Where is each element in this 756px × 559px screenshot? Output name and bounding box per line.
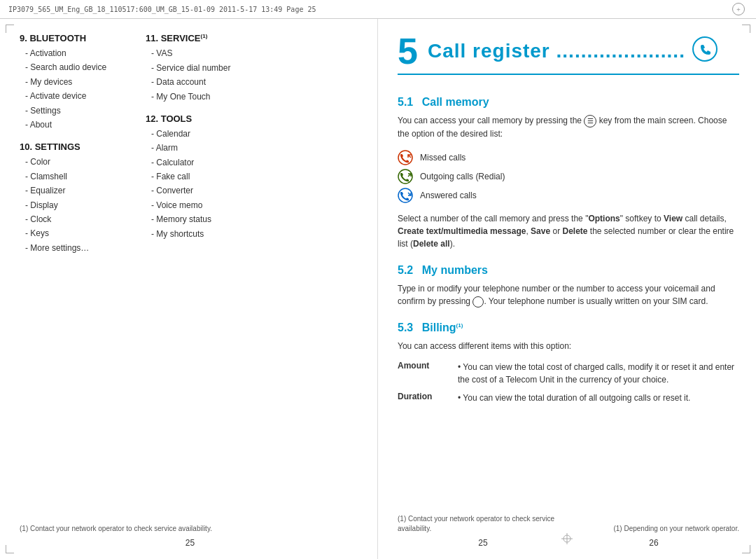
call-list-item-missed: Missed calls bbox=[398, 150, 739, 165]
call-list-item-outgoing: Outgoing calls (Redial) bbox=[398, 169, 739, 184]
main-content: 9. BLUETOOTH Activation Search audio dev… bbox=[0, 19, 756, 559]
service-item-dial: Service dial number bbox=[146, 61, 360, 75]
right-page: 5 Call register ..................... 5.… bbox=[378, 19, 756, 559]
billing-def-duration: You can view the total duration of all o… bbox=[454, 392, 690, 404]
left-footnote: (1) Contact your network operator to che… bbox=[20, 524, 360, 534]
service-num: 11. bbox=[146, 33, 161, 43]
header-text: IP3079_565_UM_Eng_GB_18_110517:600_UM_GB… bbox=[8, 6, 316, 13]
settings-title: SETTINGS bbox=[35, 142, 80, 152]
tools-item-fakecall: Fake call bbox=[146, 170, 360, 184]
left-col-1: 9. BLUETOOTH Activation Search audio dev… bbox=[20, 33, 132, 516]
settings-item-clock: Clock bbox=[20, 212, 132, 226]
settings-item-keys: Keys bbox=[20, 226, 132, 240]
bluetooth-item-settings: Settings bbox=[20, 104, 132, 118]
settings-item-color: Color bbox=[20, 155, 132, 169]
right-page-num-right: 26 bbox=[568, 538, 739, 548]
phone-icon bbox=[692, 36, 718, 67]
section-service: 11. SERVICE(1) bbox=[146, 33, 360, 43]
service-item-data: Data account bbox=[146, 75, 360, 89]
bluetooth-item-mydevices: My devices bbox=[20, 75, 132, 89]
chapter-title: Call register ..................... bbox=[428, 40, 685, 62]
billing-term-duration: Duration bbox=[398, 392, 454, 404]
create-bold: Create text/multimedia message bbox=[398, 226, 526, 236]
answered-calls-label: Answered calls bbox=[420, 191, 477, 200]
tools-title: TOOLS bbox=[161, 113, 192, 124]
tools-item-calendar: Calendar bbox=[146, 127, 360, 141]
billing-row-duration: Duration You can view the total duration… bbox=[398, 392, 739, 404]
answered-calls-icon bbox=[398, 188, 413, 203]
settings-item-more: More settings… bbox=[20, 241, 132, 255]
section-5-3-title: 5.3 Billing(1) bbox=[398, 322, 739, 334]
settings-item-clamshell: Clamshell bbox=[20, 170, 132, 184]
sec-5-1-num: 5.1 bbox=[398, 96, 413, 108]
service-item-vas: VAS bbox=[146, 46, 360, 60]
billing-body: You can access different items with this… bbox=[398, 340, 739, 352]
outgoing-calls-icon bbox=[398, 169, 413, 184]
corner-bl bbox=[6, 545, 14, 553]
call-memory-body1: You can access your call memory by press… bbox=[398, 114, 739, 140]
svg-point-3 bbox=[398, 170, 412, 184]
options-bold: Options bbox=[588, 214, 620, 223]
delete-all-bold: Delete all bbox=[413, 239, 450, 249]
section-5-2-title: 5.2 My numbers bbox=[398, 264, 739, 277]
service-title: SERVICE bbox=[161, 33, 201, 43]
tools-item-converter: Converter bbox=[146, 184, 360, 198]
svg-point-0 bbox=[693, 37, 717, 61]
sec-5-3-label: Billing bbox=[422, 322, 456, 333]
billing-sup: (1) bbox=[456, 322, 463, 329]
outgoing-calls-label: Outgoing calls (Redial) bbox=[420, 172, 505, 181]
corner-mark: + bbox=[732, 3, 745, 15]
settings-item-display: Display bbox=[20, 198, 132, 212]
right-footnote-right: (1) Depending on your network operator. … bbox=[568, 524, 739, 548]
missed-calls-icon bbox=[398, 150, 413, 165]
left-page: 9. BLUETOOTH Activation Search audio dev… bbox=[0, 19, 378, 559]
page-wrapper: IP3079_565_UM_Eng_GB_18_110517:600_UM_GB… bbox=[0, 0, 756, 559]
tools-item-voicememo: Voice memo bbox=[146, 198, 360, 212]
bluetooth-num: 9. bbox=[20, 33, 29, 43]
settings-item-equalizer: Equalizer bbox=[20, 184, 132, 198]
header-bar: IP3079_565_UM_Eng_GB_18_110517:600_UM_GB… bbox=[0, 0, 756, 19]
bluetooth-item-activation: Activation bbox=[20, 46, 132, 60]
corner-br bbox=[742, 545, 750, 553]
tools-item-alarm: Alarm bbox=[146, 141, 360, 155]
service-item-onetouch: My One Touch bbox=[146, 90, 360, 104]
chapter-header: 5 Call register ..................... bbox=[398, 33, 739, 75]
tools-item-shortcuts: My shortcuts bbox=[146, 227, 360, 241]
left-footer: (1) Contact your network operator to che… bbox=[20, 516, 360, 548]
missed-calls-label: Missed calls bbox=[420, 153, 465, 163]
bluetooth-title: BLUETOOTH bbox=[29, 33, 86, 43]
right-footnote-right-text: (1) Depending on your network operator. bbox=[568, 524, 739, 534]
corner-tl bbox=[6, 25, 14, 33]
bluetooth-item-about: About bbox=[20, 118, 132, 132]
call-list-item-answered: Answered calls bbox=[398, 188, 739, 203]
call-list: Missed calls Outgoing calls (Redial) bbox=[398, 150, 739, 207]
bluetooth-item-activate: Activate device bbox=[20, 89, 132, 103]
call-memory-body2: Select a number of the call memory and p… bbox=[398, 212, 739, 250]
chapter-number: 5 bbox=[398, 33, 418, 69]
save-bold: Save bbox=[531, 226, 550, 236]
tools-item-memorystatus: Memory status bbox=[146, 212, 360, 226]
section-5-1-title: 5.1 Call memory bbox=[398, 96, 739, 109]
section-tools: 12. TOOLS bbox=[146, 113, 360, 124]
my-numbers-body: Type in or modify your telephone number … bbox=[398, 282, 739, 308]
billing-def-amount: You can view the total cost of charged c… bbox=[454, 361, 739, 386]
bluetooth-item-search: Search audio device bbox=[20, 60, 132, 74]
left-col-2: 11. SERVICE(1) VAS Service dial number D… bbox=[146, 33, 360, 516]
billing-row-amount: Amount You can view the total cost of ch… bbox=[398, 361, 739, 386]
sec-5-1-label: Call memory bbox=[422, 96, 489, 108]
service-sup: (1) bbox=[201, 33, 208, 39]
section-settings: 10. SETTINGS bbox=[20, 142, 132, 152]
billing-table: Amount You can view the total cost of ch… bbox=[398, 361, 739, 410]
sec-5-2-num: 5.2 bbox=[398, 264, 413, 276]
delete-bold: Delete bbox=[562, 226, 587, 236]
left-columns: 9. BLUETOOTH Activation Search audio dev… bbox=[20, 33, 360, 516]
menu-icon: ☰ bbox=[584, 115, 596, 127]
section-bluetooth: 9. BLUETOOTH bbox=[20, 33, 132, 43]
left-page-number: 25 bbox=[20, 538, 360, 548]
tools-item-calculator: Calculator bbox=[146, 156, 360, 170]
corner-tr bbox=[742, 25, 750, 33]
right-footnote-left-text: (1) Contact your network operator to che… bbox=[398, 514, 568, 534]
ok-button-icon bbox=[472, 296, 484, 308]
settings-num: 10. bbox=[20, 142, 35, 152]
sec-5-2-label: My numbers bbox=[422, 264, 488, 276]
